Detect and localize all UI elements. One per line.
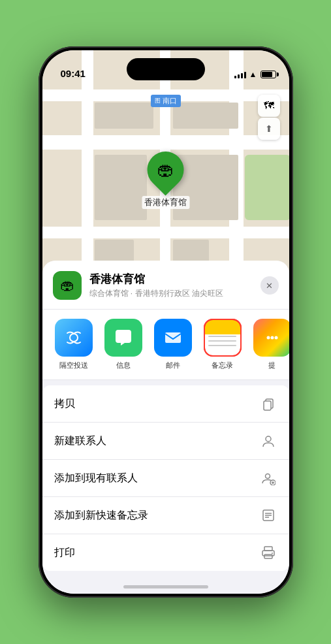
share-row: 隔空投送 信息 [42, 310, 289, 380]
share-item-messages[interactable]: 信息 [102, 319, 144, 370]
more-share-icon [253, 319, 289, 357]
svg-point-0 [70, 334, 78, 342]
action-print-label: 打印 [54, 546, 259, 560]
add-contact-icon [259, 469, 277, 487]
action-quick-note[interactable]: 添加到新快速备忘录 [42, 497, 289, 534]
svg-point-8 [265, 474, 270, 479]
venue-info: 香港体育馆 综合体育馆 · 香港特别行政区 油尖旺区 [89, 272, 253, 299]
phone-screen: 图 南口 🗺 ⬆ 🏟 香港体育馆 09:41 [42, 50, 289, 594]
phone-frame: 图 南口 🗺 ⬆ 🏟 香港体育馆 09:41 [39, 46, 293, 598]
signal-bars [234, 71, 246, 78]
signal-bar-2 [238, 74, 240, 78]
action-copy-label: 拷贝 [54, 397, 259, 411]
action-list: 拷贝 新建联系人 [42, 385, 289, 571]
status-time: 09:41 [61, 68, 86, 79]
location-button[interactable]: ⬆ [258, 118, 280, 140]
action-new-contact[interactable]: 新建联系人 [42, 423, 289, 460]
sheet-header: 🏟 香港体育馆 综合体育馆 · 香港特别行政区 油尖旺区 ✕ [42, 261, 289, 310]
venue-name: 香港体育馆 [89, 272, 253, 287]
svg-point-2 [266, 336, 270, 340]
mail-icon [154, 319, 192, 357]
signal-bar-1 [234, 76, 236, 78]
copy-icon [259, 394, 277, 413]
share-item-more[interactable]: 提 [251, 319, 289, 370]
svg-point-4 [274, 336, 277, 340]
action-add-existing-contact[interactable]: 添加到现有联系人 [42, 460, 289, 497]
battery-icon [260, 71, 276, 78]
bottom-sheet: 🏟 香港体育馆 综合体育馆 · 香港特别行政区 油尖旺区 ✕ [42, 261, 289, 594]
action-quick-note-label: 添加到新快速备忘录 [54, 509, 259, 523]
svg-point-7 [266, 436, 271, 442]
signal-bar-3 [241, 73, 243, 78]
more-label: 提 [268, 361, 276, 370]
notes-label: 备忘录 [212, 361, 233, 370]
svg-point-3 [270, 336, 274, 340]
pin-bubble-icon: 🏟 [157, 160, 174, 180]
signal-bar-4 [244, 72, 246, 78]
close-button[interactable]: ✕ [260, 276, 279, 295]
svg-rect-1 [165, 332, 181, 343]
svg-rect-16 [264, 555, 272, 558]
action-copy[interactable]: 拷贝 [42, 385, 289, 423]
action-new-contact-label: 新建联系人 [54, 434, 259, 448]
mail-label: 邮件 [166, 361, 180, 370]
status-icons: ▲ [234, 70, 276, 79]
svg-rect-14 [264, 547, 272, 551]
airdrop-label: 隔空投送 [59, 361, 88, 370]
airdrop-icon [55, 319, 93, 357]
share-item-airdrop[interactable]: 隔空投送 [53, 319, 95, 370]
quick-note-icon [259, 506, 277, 524]
print-icon [259, 543, 277, 562]
svg-rect-6 [264, 401, 271, 410]
messages-label: 信息 [116, 361, 131, 370]
wifi-icon: ▲ [249, 70, 257, 79]
map-label-icon: 图 [155, 97, 161, 105]
battery-fill [262, 72, 272, 77]
venue-pin-label: 香港体育馆 [142, 196, 189, 209]
venue-pin[interactable]: 🏟 香港体育馆 [142, 152, 189, 209]
map-controls: 🗺 ⬆ [258, 95, 280, 140]
home-indicator [123, 585, 208, 588]
svg-point-17 [272, 553, 273, 554]
notes-icon [204, 319, 242, 357]
messages-icon [104, 319, 142, 357]
new-contact-icon [259, 432, 277, 450]
share-item-mail[interactable]: 邮件 [152, 319, 194, 370]
dynamic-island [127, 58, 205, 80]
map-type-button[interactable]: 🗺 [258, 95, 280, 117]
action-print[interactable]: 打印 [42, 534, 289, 571]
action-add-existing-label: 添加到现有联系人 [54, 472, 259, 485]
map-label: 图 南口 [151, 95, 181, 107]
map-label-text: 南口 [163, 96, 177, 106]
venue-desc: 综合体育馆 · 香港特别行政区 油尖旺区 [89, 288, 253, 299]
venue-logo: 🏟 [53, 271, 82, 300]
pin-bubble: 🏟 [140, 144, 191, 195]
share-item-notes[interactable]: 备忘录 [202, 319, 244, 370]
